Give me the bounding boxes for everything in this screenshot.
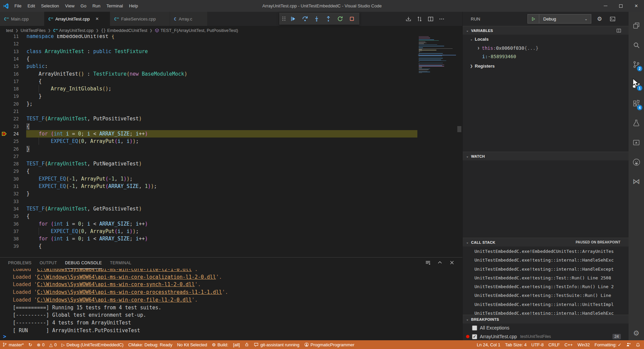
call-stack-frame[interactable]: UnitTestEmbeddedC.exe!testing::internal:… — [463, 256, 629, 265]
breakpoint-row[interactable]: ✓ArrayUnitTest.cpptest\UnitTestFiles24 — [463, 332, 629, 340]
split-panes-icon[interactable] — [616, 28, 621, 33]
code-text[interactable]: TEST_F(ArrayUnitTest, PutNegativeTest) — [27, 160, 142, 167]
code-line[interactable]: 16 ArrayUnitTest() : TestFixture(new Bas… — [0, 70, 462, 78]
console-dll-link[interactable]: C:\Windows\SysWOW64\api-ms-win-core-file… — [37, 269, 192, 272]
call-stack-frame[interactable]: UnitTestEmbeddedC.exe!testing::TestInfo:… — [463, 282, 629, 291]
call-stack-frame[interactable]: UnitTestEmbeddedC.exe!testing::TestSuite… — [463, 291, 629, 300]
stop-button[interactable] — [347, 14, 357, 24]
close-icon[interactable]: ✕ — [629, 0, 644, 12]
code-text[interactable]: for (int i = 0; i < ARRAY_SIZE; i++) — [27, 130, 148, 138]
code-text[interactable]: { — [27, 167, 30, 175]
section-header-variables[interactable]: ⌄ VARIABLES — [463, 26, 629, 35]
code-text[interactable]: class ArrayUnitTest : public TestFixture — [27, 48, 148, 55]
code-line[interactable]: 30 EXPECT_EQ(-1, ArrayPut(-1, 1)); — [0, 175, 462, 183]
line-number[interactable]: 16 — [0, 70, 19, 78]
status-item-win32[interactable]: Win32 — [575, 340, 592, 349]
menu-item-go[interactable]: Go — [78, 0, 89, 12]
status-item-no-kit-selected[interactable]: No Kit Selected — [175, 340, 210, 349]
line-number[interactable]: 25 — [0, 138, 19, 145]
line-number[interactable]: 12 — [0, 40, 19, 47]
tab-arrayunittest-cpp[interactable]: C++ArrayUnitTest.cpp✕ — [44, 12, 110, 26]
continue-button[interactable] — [288, 14, 298, 24]
code-text[interactable]: TEST_F(ArrayUnitTest, GetPositiveTest) — [27, 205, 142, 212]
restart-button[interactable] — [335, 14, 346, 24]
line-number[interactable]: 14 — [0, 55, 19, 63]
variable-row-i[interactable]: i: -858993460 — [482, 52, 516, 61]
breakpoint-arrow-icon[interactable] — [2, 131, 7, 137]
code-text[interactable]: EXPECT_EQ(-1, ArrayPut(-1, 1)); — [27, 175, 133, 183]
line-number[interactable]: 17 — [0, 78, 19, 85]
test-beaker-icon[interactable] — [629, 113, 644, 133]
tab-array-c[interactable]: CArray.c — [170, 12, 208, 26]
debug-toolbar-grip[interactable] — [281, 16, 287, 21]
line-number[interactable]: 28 — [0, 160, 19, 167]
code-text[interactable]: TEST_F(ArrayUnitTest, PutPositiveTest) — [27, 115, 142, 122]
minimap[interactable] — [418, 35, 456, 257]
section-header-watch[interactable]: ⌄ WATCH — [463, 152, 629, 160]
code-line[interactable]: 36 for (int i = 0; i < ARRAY_SIZE; i++) — [0, 220, 462, 228]
code-text[interactable]: Array_InitGlobals(); — [27, 85, 111, 92]
code-text[interactable]: EXPECT_EQ(0, ArrayPut(i, i)); — [27, 228, 139, 235]
line-number[interactable]: 15 — [0, 63, 19, 70]
line-number[interactable]: 18 — [0, 85, 19, 92]
breadcrumb-item[interactable]: {}EmbeddedCUnitTest — [101, 28, 147, 33]
menu-item-file[interactable]: File — [11, 0, 25, 12]
code-line[interactable]: 19 } — [0, 92, 462, 100]
source-control-icon[interactable]: 2 — [629, 55, 644, 74]
code-line[interactable]: 17 { — [0, 78, 462, 85]
tab-main-cpp[interactable]: C++Main.cpp — [0, 12, 44, 26]
code-line[interactable]: 27 — [0, 153, 462, 160]
status-item-utf-8[interactable]: UTF-8 — [529, 340, 546, 349]
menu-item-run[interactable]: Run — [89, 0, 103, 12]
status-item-progmaticprogrammer[interactable]: ProgmaticProgrammer — [302, 340, 357, 349]
code-line[interactable]: 28TEST_F(ArrayUnitTest, PutNegativeTest) — [0, 160, 462, 167]
console-prompt[interactable]: > — [3, 333, 6, 340]
code-line[interactable]: 13class ArrayUnitTest : public TestFixtu… — [0, 48, 462, 55]
code-text[interactable]: }; — [27, 100, 33, 108]
status-item-0[interactable]: ⊗0 — [35, 340, 47, 349]
code-line[interactable]: 39 { — [0, 242, 462, 250]
code-line[interactable]: 18 Array_InitGlobals(); — [0, 85, 462, 92]
code-text[interactable]: { — [27, 55, 30, 63]
line-number[interactable]: 26 — [0, 145, 19, 153]
extensions-icon[interactable]: 4 — [629, 94, 644, 113]
line-number[interactable]: 19 — [0, 92, 19, 100]
checkbox[interactable] — [472, 325, 477, 331]
code-text[interactable]: } — [27, 92, 42, 100]
status-item-build-[interactable]: ⚙Build: — [210, 340, 231, 349]
status-item-bug-icon[interactable] — [242, 340, 251, 349]
code-line[interactable]: 32} — [0, 190, 462, 197]
code-text[interactable]: for (int i = 0; i < ARRAY_SIZE; i++) — [27, 220, 148, 228]
output-view-icon[interactable] — [629, 133, 644, 152]
panel-tab-problems[interactable]: PROBLEMS — [8, 258, 32, 269]
status-item-0[interactable]: △0 — [47, 340, 59, 349]
code-line[interactable]: 21 — [0, 108, 462, 115]
status-item-feedback-icon[interactable] — [624, 340, 633, 349]
code-text[interactable]: { — [27, 123, 30, 130]
code-text[interactable]: for (int i = 0; i < ARRAY_SIZE; i++) — [27, 235, 148, 242]
line-number[interactable]: 31 — [0, 183, 19, 190]
clear-console-icon[interactable] — [424, 259, 431, 266]
line-number[interactable]: 36 — [0, 220, 19, 228]
menu-item-help[interactable]: Help — [126, 0, 141, 12]
step-into-button[interactable] — [311, 14, 322, 24]
settings-gear-icon[interactable]: ⚙ — [629, 330, 644, 337]
section-header-breakpoints[interactable]: ⌄ BREAKPOINTS — [463, 315, 629, 323]
status-item-c++[interactable]: C++ — [562, 340, 575, 349]
variable-row-this[interactable]: ❯this: 0x0060f030 {...} — [476, 44, 539, 52]
code-line[interactable]: 38 for (int i = 0; i < ARRAY_SIZE; i++) — [0, 235, 462, 242]
code-line[interactable]: 14{ — [0, 55, 462, 63]
more-actions-icon[interactable] — [439, 16, 445, 22]
call-stack-frame[interactable]: UnitTestEmbeddedC.exe!EmbeddedCUnitTest:… — [463, 247, 629, 256]
step-out-button[interactable] — [323, 14, 334, 24]
code-line[interactable]: 15public: — [0, 63, 462, 70]
breadcrumb-item[interactable]: TEST_F(ArrayUnitTest, PutPositiveTest) — [155, 28, 238, 33]
tab-fakeservices-cpp[interactable]: C++FakeServices.cpp — [110, 12, 170, 26]
menu-item-selection[interactable]: Selection — [38, 0, 62, 12]
line-number[interactable]: 20 — [0, 100, 19, 108]
vs-bowtie-icon[interactable]: ⋈ — [629, 172, 644, 191]
line-number[interactable]: 32 — [0, 190, 19, 197]
code-text[interactable]: namespace EmbeddedCUnitTest { — [27, 35, 114, 40]
checkbox-checked[interactable]: ✓ — [472, 334, 477, 339]
editor-scrollbar[interactable] — [457, 126, 461, 132]
